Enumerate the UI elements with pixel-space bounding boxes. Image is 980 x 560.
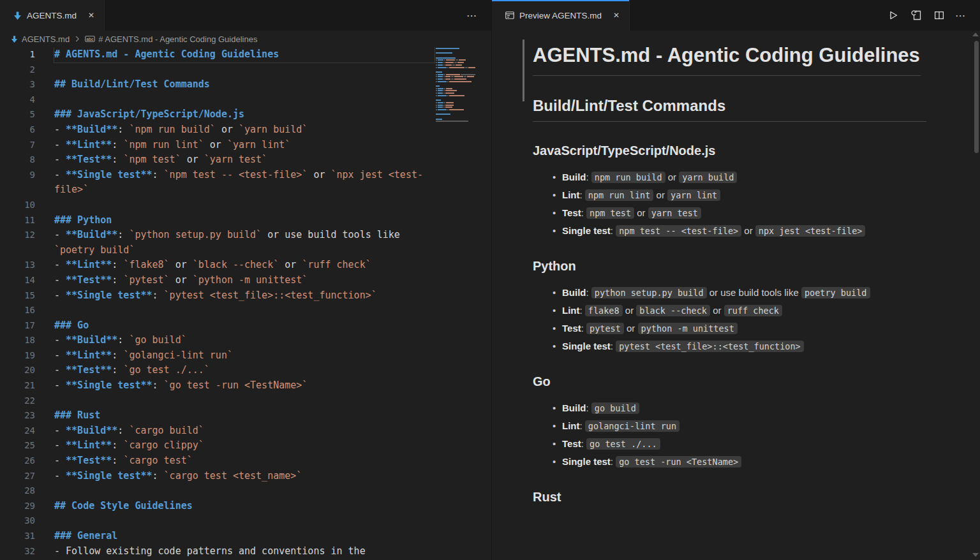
minimap-line (436, 97, 475, 98)
preview-h3: Go (533, 373, 926, 390)
line-number[interactable]: 5 (0, 107, 35, 122)
editor-line[interactable]: 22 (0, 394, 434, 409)
preview-list-item: Lint: golangci-lint run (562, 420, 926, 432)
line-text: ### Python (54, 213, 434, 228)
line-number[interactable]: 10 (0, 198, 35, 213)
scrollbar-up-arrow-icon[interactable] (972, 33, 979, 36)
line-number[interactable]: 15 (0, 288, 35, 304)
more-actions-icon[interactable]: ⋯ (466, 10, 477, 22)
markdown-preview[interactable]: AGENTS.md - Agentic Coding GuidelinesBui… (492, 31, 980, 560)
line-number[interactable]: 13 (0, 258, 35, 273)
minimap-line (436, 112, 475, 113)
line-number[interactable]: 16 (0, 303, 35, 318)
breadcrumb[interactable]: AGENTS.md abc # AGENTS.md - Agentic Codi… (0, 31, 491, 47)
editor-line[interactable]: 24- **Build**: `cargo build` (0, 424, 434, 439)
line-number[interactable]: 8 (0, 152, 35, 168)
show-source-icon[interactable] (909, 8, 923, 22)
item-label: Lint (562, 189, 580, 200)
line-number[interactable]: 20 (0, 363, 35, 378)
preview-content: AGENTS.md - Agentic Coding GuidelinesBui… (492, 31, 980, 506)
editor-line[interactable]: 32- Follow existing code patterns and co… (0, 544, 434, 559)
line-number[interactable]: 21 (0, 378, 35, 394)
line-number[interactable]: 27 (0, 469, 35, 484)
close-tab-icon[interactable]: ✕ (611, 10, 621, 21)
line-number[interactable]: 22 (0, 394, 35, 409)
line-text: - **Single test**: `go test -run <TestNa… (54, 378, 434, 394)
minimap-line (436, 50, 475, 52)
line-number[interactable]: 18 (0, 333, 35, 348)
editor-line[interactable]: 19- **Lint**: `golangci-lint run` (0, 348, 434, 364)
line-number[interactable]: 6 (0, 122, 35, 138)
line-number[interactable]: 12 (0, 228, 35, 258)
line-number[interactable]: 14 (0, 273, 35, 288)
editor-line[interactable]: 25- **Lint**: `cargo clippy` (0, 438, 434, 453)
line-number[interactable]: 31 (0, 529, 35, 544)
editor-line[interactable]: 14- **Test**: `pytest` or `python -m uni… (0, 273, 434, 288)
line-number[interactable]: 23 (0, 408, 35, 424)
editor-line[interactable]: 6- **Build**: `npm run build` or `yarn b… (0, 122, 434, 138)
line-number[interactable]: 9 (0, 168, 35, 198)
line-number[interactable]: 28 (0, 483, 35, 499)
editor-line[interactable]: 31### General (0, 529, 434, 544)
scrollbar-down-arrow-icon[interactable] (972, 553, 979, 557)
line-number[interactable]: 4 (0, 92, 35, 108)
editor-line[interactable]: 28 (0, 483, 434, 499)
run-icon[interactable] (886, 8, 900, 22)
editor-line[interactable]: 1# AGENTS.md - Agentic Coding Guidelines (0, 47, 434, 63)
line-number[interactable]: 29 (0, 499, 35, 514)
line-number[interactable]: 7 (0, 138, 35, 153)
preview-scrollbar[interactable] (974, 41, 979, 153)
close-tab-icon[interactable]: ✕ (86, 10, 96, 21)
preview-editor-actions: ⋯ (886, 0, 980, 31)
editor-line[interactable]: 29## Code Style Guidelines (0, 499, 434, 514)
editor-line[interactable]: 27- **Single test**: `cargo test <test_n… (0, 469, 434, 484)
editor-line[interactable]: 4 (0, 92, 434, 108)
editor-line[interactable]: 10 (0, 198, 434, 213)
line-text: - **Build**: `cargo build` (54, 424, 434, 439)
editor-line[interactable]: 18- **Build**: `go build` (0, 333, 434, 348)
editor-line[interactable]: 26- **Test**: `cargo test` (0, 453, 434, 469)
editor-line[interactable]: 9- **Single test**: `npm test -- <test-f… (0, 168, 434, 198)
line-text (54, 483, 434, 499)
editor-line[interactable]: 2 (0, 63, 434, 78)
editor-line[interactable]: 5### JavaScript/TypeScript/Node.js (0, 107, 434, 122)
editor-line[interactable]: 3## Build/Lint/Test Commands (0, 77, 434, 92)
minimap-line (436, 64, 475, 66)
editor-line[interactable]: 16 (0, 303, 434, 318)
breadcrumb-file[interactable]: AGENTS.md (22, 34, 70, 44)
more-actions-icon[interactable]: ⋯ (955, 10, 966, 22)
line-number[interactable]: 11 (0, 213, 35, 228)
editor-line[interactable]: 30 (0, 513, 434, 529)
item-label: Test (562, 438, 581, 449)
line-number[interactable]: 25 (0, 438, 35, 453)
line-number[interactable]: 26 (0, 453, 35, 469)
item-label: Build (562, 287, 586, 298)
editor-line[interactable]: 8- **Test**: `npm test` or `yarn test` (0, 152, 434, 168)
editor-line[interactable]: 21- **Single test**: `go test -run <Test… (0, 378, 434, 394)
line-number[interactable]: 30 (0, 513, 35, 529)
code-editor[interactable]: 1# AGENTS.md - Agentic Coding Guidelines… (0, 47, 491, 560)
editor-line[interactable]: 13- **Lint**: `flake8` or `black --check… (0, 258, 434, 273)
editor-line[interactable]: 17### Go (0, 318, 434, 334)
editor-line[interactable]: 7- **Lint**: `npm run lint` or `yarn lin… (0, 138, 434, 153)
line-number[interactable]: 24 (0, 424, 35, 439)
tab-preview-agents-md[interactable]: Preview AGENTS.md ✕ (492, 0, 630, 31)
editor-line[interactable]: 23### Rust (0, 408, 434, 424)
line-number[interactable]: 32 (0, 544, 35, 559)
editor-line[interactable]: 20- **Test**: `go test ./...` (0, 363, 434, 378)
line-number[interactable]: 19 (0, 348, 35, 364)
tab-agents-md[interactable]: AGENTS.md ✕ (0, 0, 105, 31)
split-editor-icon[interactable] (932, 8, 946, 22)
editor-line[interactable]: 12- **Build**: `python setup.py build` o… (0, 228, 434, 258)
editor-line[interactable]: 15- **Single test**: `pytest <test_file>… (0, 288, 434, 304)
editor-line[interactable]: 11### Python (0, 213, 434, 228)
line-number[interactable]: 1 (0, 47, 35, 63)
minimap-line (436, 109, 475, 110)
line-number[interactable]: 17 (0, 318, 35, 334)
line-number[interactable]: 2 (0, 63, 35, 78)
breadcrumb-symbol[interactable]: # AGENTS.md - Agentic Coding Guidelines (98, 34, 257, 44)
line-number[interactable]: 3 (0, 77, 35, 92)
preview-list-item: Build: go build (562, 402, 926, 415)
minimap[interactable] (436, 48, 475, 123)
minimap-line (436, 69, 475, 70)
